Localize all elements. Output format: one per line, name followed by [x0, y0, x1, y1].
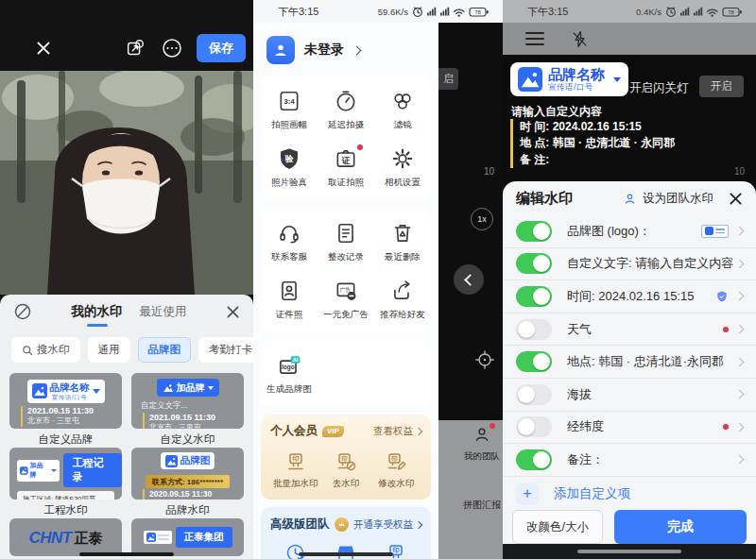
image-icon — [518, 67, 542, 92]
vip-item-stamp-add[interactable]: 印批量加水印 — [270, 445, 320, 496]
field-row-7[interactable]: 备注： — [503, 444, 756, 477]
save-button[interactable]: 保存 — [197, 34, 246, 62]
bottom-strip — [503, 544, 756, 559]
watermark-card-engineering[interactable]: 加品牌 工程记录 施工区域: 隧道E30管节施工内容: 混凝土浇筑拍摄时间: 2… — [9, 448, 122, 500]
menu-icon[interactable] — [525, 32, 544, 46]
vip-section: 个人会员 VIP 查看权益 印批量加水印印去水印印修改水印 — [261, 415, 431, 500]
toggle-on[interactable] — [516, 449, 552, 470]
tab-recently-used[interactable]: 最近使用 — [140, 304, 187, 320]
set-team-watermark-link[interactable]: 设为团队水印 — [643, 191, 713, 207]
toggle-off[interactable] — [516, 416, 552, 437]
vip-badge: VIP — [322, 426, 344, 437]
toggle-on[interactable] — [516, 221, 552, 242]
flash-on-button[interactable]: 开启 — [699, 76, 744, 97]
notification-dot — [357, 144, 363, 150]
toggle-on[interactable] — [516, 351, 552, 372]
menu-item-support[interactable]: 联系客服 — [261, 212, 318, 270]
watermark-info-block: 时 间: 2024.02.16 15:15 地 点: 韩国 · 忠清北道 · 永… — [510, 119, 675, 168]
menu-item-aspect-ratio[interactable]: 3:4拍照画幅 — [261, 80, 318, 138]
field-row-6[interactable]: 经纬度 — [503, 412, 756, 445]
close-icon[interactable] — [36, 41, 51, 56]
menu-item-settings[interactable]: 相机设置 — [374, 138, 431, 195]
menu-item-id-photo[interactable]: 证件照 — [261, 270, 318, 328]
watermark-grid: 品牌名称宣传语/口号 2021.09.15 11:30北京市 · 三里屯 加品牌… — [0, 369, 253, 556]
puzzle-report-label[interactable]: 拼图汇报 — [463, 499, 501, 512]
dropdown-icon — [613, 77, 621, 82]
change-color-size-button[interactable]: 改颜色/大小 — [512, 510, 603, 544]
category-tab-1[interactable]: 品牌图 — [138, 337, 192, 363]
more-options-icon[interactable] — [161, 37, 183, 59]
watermark-card-custom-brand[interactable]: 品牌名称宣传语/口号 2021.09.15 11:30北京市 · 三里屯 — [9, 373, 122, 429]
field-row-2[interactable]: 时间: 2024.02.16 15:15 — [503, 280, 756, 313]
brand-watermark-badge[interactable]: 品牌名称宣传语/口号 — [510, 62, 628, 96]
menu-item-records[interactable]: 整改记录 — [318, 212, 374, 270]
close-sheet-icon[interactable] — [226, 305, 240, 319]
svg-text:印: 印 — [341, 455, 348, 462]
watermark-label: 工程水印 — [9, 500, 122, 518]
menu-item-evidence-camera[interactable]: 证取证拍照 — [318, 138, 374, 195]
tab-my-watermarks[interactable]: 我的水印 — [72, 303, 123, 320]
vip-item-stamp-edit[interactable]: 印修改水印 — [371, 445, 421, 496]
field-row-0[interactable]: 品牌图 (logo)： — [503, 215, 756, 248]
photo-editor-panel: 保存 — [0, 0, 253, 559]
field-row-3[interactable]: 天气 — [503, 313, 756, 347]
watermark-card-chint-logo[interactable]: CHNT正泰 — [9, 518, 122, 556]
stamp-add-icon: 印 — [284, 450, 307, 473]
notification-dot — [723, 327, 729, 332]
category-tab-2[interactable]: 考勤打卡 — [198, 337, 253, 363]
export-icon[interactable] — [125, 38, 146, 59]
toggle-on[interactable] — [516, 253, 552, 274]
collapse-button[interactable] — [454, 264, 484, 295]
menu-item-trash[interactable]: 最近删除 — [374, 212, 431, 270]
field-row-4[interactable]: 地点: 韩国 · 忠清北道·永同郡 — [503, 346, 756, 379]
ai-logo-icon: logoAI — [277, 353, 301, 378]
menu-item-filter[interactable]: 滤镜 — [374, 80, 431, 138]
field-row-1[interactable]: 自定义文字: 请输入自定义内容 — [503, 248, 756, 281]
menu-item-ai-logo[interactable]: logoAI生成品牌图 — [261, 345, 318, 402]
dropdown-icon — [51, 469, 57, 472]
field-row-5[interactable]: 海拔 — [503, 379, 756, 412]
vip-item-stamp-remove[interactable]: 印去水印 — [320, 445, 370, 496]
chevron-right-icon — [352, 45, 362, 55]
svg-text:印: 印 — [292, 455, 299, 463]
flash-off-icon[interactable] — [571, 30, 589, 48]
login-row[interactable]: 未登录 — [253, 23, 438, 76]
toggle-on[interactable] — [516, 286, 552, 307]
team-tool-store[interactable] — [320, 542, 370, 559]
category-tabs: 搜水印 通用品牌图考勤打卡工程记录 — [0, 329, 253, 369]
view-benefits-link[interactable]: 查看权益 — [373, 425, 421, 438]
chevron-right-icon — [735, 325, 745, 334]
home-indicator — [79, 552, 174, 556]
menu-item-ad-free[interactable]: 广告一元免广告 — [318, 270, 374, 328]
team-tool-stamp[interactable]: 印 — [371, 542, 421, 559]
on-button-fragment[interactable]: 启 — [438, 68, 458, 90]
activate-benefits-link[interactable]: 开通享受权益 — [353, 518, 421, 532]
search-watermark-pill[interactable]: 搜水印 — [11, 337, 80, 363]
watermark-card-custom[interactable]: 加品牌 自定义文字... 2021.09.15 11:30北京市 · 三里屯 — [131, 373, 244, 429]
add-custom-item-row[interactable]: + 添加自定义项 — [503, 477, 756, 511]
close-sheet-icon[interactable] — [729, 192, 743, 206]
my-team-button[interactable]: 我的团队 — [463, 425, 501, 463]
photo-verify-icon: 验 — [277, 146, 301, 171]
svg-text:logo: logo — [282, 364, 295, 371]
zoom-level-chip[interactable]: 1x — [471, 208, 493, 230]
locate-icon[interactable] — [474, 349, 495, 370]
menu-item-timer[interactable]: 延迟拍摄 — [318, 80, 374, 138]
menu-item-photo-verify[interactable]: 验照片验真 — [261, 138, 318, 195]
team-tool-clock-check[interactable] — [270, 542, 320, 559]
toggle-off[interactable] — [516, 384, 552, 405]
dropdown-icon — [93, 389, 100, 394]
menu-item-share[interactable]: 推荐给好友 — [374, 270, 431, 328]
no-watermark-icon[interactable] — [13, 302, 32, 321]
toggle-off[interactable] — [516, 319, 552, 340]
watermark-card-chint-group[interactable]: 正泰集团 — [131, 518, 244, 556]
vip-title: 个人会员 — [270, 423, 318, 439]
done-button[interactable]: 完成 — [614, 510, 747, 544]
category-tab-0[interactable]: 通用 — [88, 337, 130, 363]
id-photo-icon — [277, 279, 301, 303]
svg-text:78: 78 — [728, 9, 734, 15]
clock-check-icon — [284, 542, 307, 559]
watermark-card-brand[interactable]: 品牌图 联系方式: 186******** 2020.09.15 11:30北京… — [131, 448, 244, 500]
custom-content-placeholder[interactable]: 请输入自定义内容 — [511, 104, 602, 120]
svg-text:证: 证 — [341, 156, 351, 165]
